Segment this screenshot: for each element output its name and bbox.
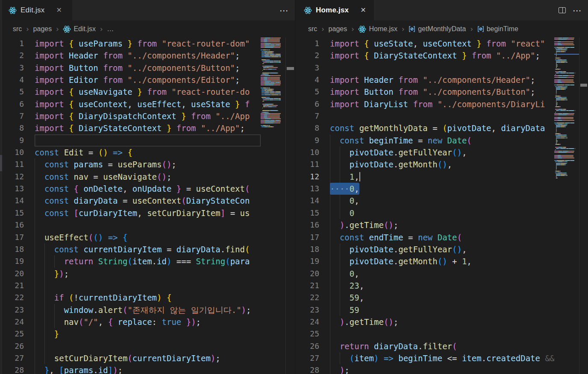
line-number[interactable]: 19 [0, 255, 24, 267]
breadcrumb-item-src[interactable]: src [13, 25, 22, 33]
line-number[interactable]: 25 [0, 328, 24, 340]
code-line-13[interactable]: 13 const { onDelete, onUpdate } = useCon… [0, 183, 261, 195]
line-number[interactable]: 3 [0, 62, 24, 74]
scrollbar-lane[interactable] [579, 38, 588, 374]
code-line-14[interactable]: 14 0, [295, 195, 554, 207]
more-actions-icon[interactable]: ⋯ [279, 6, 289, 15]
line-number[interactable]: 20 [295, 268, 319, 280]
breadcrumb-item-Edit.jsx[interactable]: Edit.jsx [63, 25, 96, 33]
line-number[interactable]: 22 [295, 292, 319, 304]
code-line-15[interactable]: 15 0 [295, 207, 554, 219]
line-number[interactable]: 14 [295, 195, 319, 207]
code-line-16[interactable]: 16 [0, 219, 261, 231]
editor[interactable]: 1import { useState, useContext } from "r… [295, 38, 588, 374]
line-number[interactable]: 6 [295, 98, 319, 110]
tab-Edit.jsx[interactable]: Edit.jsx✕ [0, 0, 73, 20]
code-line-19[interactable]: 19 pivotDate.getMonth() + 1, [295, 255, 554, 267]
line-number[interactable]: 4 [295, 74, 319, 86]
minimap[interactable] [554, 38, 579, 374]
code-line-18[interactable]: 18 const currentDiaryItem = diaryData.fi… [0, 243, 261, 255]
breadcrumb-item-Home.jsx[interactable]: Home.jsx [358, 25, 397, 33]
code-line-25[interactable]: 25 } [0, 328, 261, 340]
line-number[interactable]: 24 [295, 316, 319, 328]
line-number[interactable]: 21 [295, 280, 319, 292]
line-number[interactable]: 8 [295, 122, 319, 134]
code-line-21[interactable]: 21 23, [295, 280, 554, 292]
line-number[interactable]: 11 [295, 158, 319, 170]
code-line-7[interactable]: 7 [295, 110, 554, 122]
code-line-18[interactable]: 18 pivotDate.getFullYear(), [295, 243, 554, 255]
line-number[interactable]: 13 [0, 183, 24, 195]
line-number[interactable]: 15 [295, 207, 319, 219]
line-number[interactable]: 27 [295, 352, 319, 364]
line-number[interactable]: 11 [0, 158, 24, 170]
line-number[interactable]: 9 [295, 134, 319, 146]
code-line-4[interactable]: 4import Editor from "../components/Edito… [0, 74, 261, 86]
line-number[interactable]: 25 [295, 328, 319, 340]
line-number[interactable]: 9 [0, 134, 24, 146]
code-line-28[interactable]: 28 }, [params.id]); [0, 364, 261, 374]
line-number[interactable]: 4 [0, 74, 24, 86]
line-number[interactable]: 10 [295, 146, 319, 158]
code-line-10[interactable]: 10const Edit = () => { [0, 146, 261, 158]
line-number[interactable]: 12 [0, 171, 24, 183]
line-number[interactable]: 28 [0, 364, 24, 374]
code-line-1[interactable]: 1import { useState, useContext } from "r… [295, 38, 554, 50]
tab-close-icon[interactable]: ✕ [359, 6, 368, 15]
breadcrumb-item-getMonthlyData[interactable]: getMonthlyData [409, 25, 466, 33]
line-number[interactable]: 24 [0, 316, 24, 328]
line-number[interactable]: 21 [0, 280, 24, 292]
code-line-23[interactable]: 23 59 [295, 304, 554, 316]
code-area[interactable]: 1import { useState, useContext } from "r… [295, 38, 554, 374]
line-number[interactable]: 6 [0, 98, 24, 110]
code-area[interactable]: 1import { useParams } from "react-router… [0, 38, 261, 374]
line-number[interactable]: 2 [0, 50, 24, 61]
code-line-2[interactable]: 2import { DiaryStateContext } from "../A… [295, 50, 554, 61]
sidebar-scroll-thumb[interactable] [0, 155, 2, 171]
line-number[interactable]: 27 [0, 352, 24, 364]
code-line-8[interactable]: 8import { DiaryStateContext } from "../A… [0, 122, 261, 134]
line-number[interactable]: 18 [295, 243, 319, 255]
code-line-21[interactable]: 21 [0, 280, 261, 292]
line-number[interactable]: 1 [0, 38, 24, 50]
breadcrumb-item-[interactable]: … [107, 25, 114, 33]
code-line-27[interactable]: 27 (item) => beginTime <= item.createdDa… [295, 352, 554, 364]
code-line-1[interactable]: 1import { useParams } from "react-router… [0, 38, 261, 50]
tab-Home.jsx[interactable]: Home.jsx✕ [295, 0, 374, 20]
code-line-16[interactable]: 16 ).getTime(); [295, 219, 554, 231]
code-line-11[interactable]: 11 pivotDate.getMonth(), [295, 158, 554, 170]
line-number[interactable]: 15 [0, 207, 24, 219]
line-number[interactable]: 17 [295, 231, 319, 243]
code-line-12[interactable]: 12 1, [295, 171, 554, 183]
code-line-6[interactable]: 6import DiaryList from "../components/Di… [295, 98, 554, 110]
code-line-26[interactable]: 26 [0, 340, 261, 352]
code-line-24[interactable]: 24 nav("/", { replace: true }); [0, 316, 261, 328]
code-line-6[interactable]: 6import { useContext, useEffect, useStat… [0, 98, 261, 110]
line-number[interactable]: 10 [0, 146, 24, 158]
code-line-10[interactable]: 10 pivotDate.getFullYear(), [295, 146, 554, 158]
line-number[interactable]: 17 [0, 231, 24, 243]
code-line-8[interactable]: 8const getMonthlyData = (pivotDate, diar… [295, 122, 554, 134]
code-line-17[interactable]: 17 const endTime = new Date( [295, 231, 554, 243]
code-line-20[interactable]: 20 0, [295, 268, 554, 280]
code-line-9[interactable]: 9 const beginTime = new Date( [295, 134, 554, 146]
code-line-27[interactable]: 27 setCurDiaryItem(currentDiaryItem); [0, 352, 261, 364]
line-number[interactable]: 7 [295, 110, 319, 122]
tab-close-icon[interactable]: ✕ [54, 6, 63, 15]
line-number[interactable]: 1 [295, 38, 319, 50]
line-number[interactable]: 16 [295, 219, 319, 231]
minimap[interactable] [261, 38, 285, 374]
code-line-15[interactable]: 15 const [curDiaryItem, setCurDiaryItem]… [0, 207, 261, 219]
breadcrumb-item-src[interactable]: src [308, 25, 317, 33]
code-line-13[interactable]: 13····0, [295, 183, 554, 195]
code-line-23[interactable]: 23 window.alert("존재하지 않는 일기입니다."); [0, 304, 261, 316]
scrollbar-lane[interactable] [285, 38, 295, 374]
split-editor-icon[interactable] [559, 7, 566, 13]
line-number[interactable]: 2 [295, 50, 319, 61]
editor[interactable]: 1import { useParams } from "react-router… [0, 38, 295, 374]
line-number[interactable]: 5 [295, 86, 319, 98]
code-line-11[interactable]: 11 const params = useParams(); [0, 158, 261, 170]
breadcrumb-item-beginTime[interactable]: beginTime [477, 25, 518, 33]
line-number[interactable]: 26 [295, 340, 319, 352]
breadcrumb-item-pages[interactable]: pages [329, 25, 347, 33]
